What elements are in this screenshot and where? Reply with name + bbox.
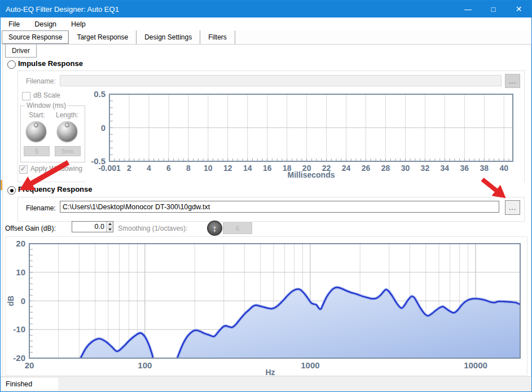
up-down-arrow-icon: ↕ bbox=[213, 223, 217, 233]
svg-text:14: 14 bbox=[243, 164, 252, 173]
tab-driver[interactable]: Driver bbox=[5, 45, 37, 58]
svg-text:6: 6 bbox=[166, 164, 171, 173]
svg-text:0: 0 bbox=[101, 123, 105, 133]
offset-gain-label: Offset Gain (dB): bbox=[5, 224, 56, 232]
svg-text:dB: dB bbox=[6, 296, 15, 306]
svg-text:12: 12 bbox=[223, 164, 232, 173]
svg-text:20: 20 bbox=[16, 239, 25, 248]
svg-text:2: 2 bbox=[127, 164, 131, 173]
impulse-chart: 0.50-0.5-0.00124681012141618202224262830… bbox=[85, 90, 524, 183]
status-bar: Finished bbox=[1, 376, 531, 391]
menu-file[interactable]: File bbox=[2, 19, 27, 30]
frequency-filename-label: Filename: bbox=[26, 204, 56, 212]
status-text: Finished bbox=[2, 378, 58, 390]
window-edge-marker bbox=[1, 180, 2, 190]
spin-up-icon[interactable] bbox=[107, 222, 113, 227]
svg-text:10000: 10000 bbox=[464, 360, 487, 370]
svg-text:32: 32 bbox=[421, 164, 430, 173]
smoothing-value: 6 bbox=[223, 222, 252, 234]
svg-text:10: 10 bbox=[204, 164, 213, 173]
title-bar: Auto-EQ Filter Designer: Auto EQ1 — □ ✕ bbox=[1, 1, 531, 17]
frequency-filename-input[interactable] bbox=[60, 201, 499, 213]
maximize-button[interactable]: □ bbox=[481, 1, 506, 17]
svg-text:-20: -20 bbox=[13, 353, 25, 363]
menu-design[interactable]: Design bbox=[28, 19, 63, 30]
offset-gain-spinner[interactable] bbox=[72, 221, 113, 232]
svg-text:26: 26 bbox=[362, 164, 371, 173]
close-button[interactable]: ✕ bbox=[506, 1, 531, 17]
svg-text:36: 36 bbox=[460, 164, 469, 173]
tab-filters[interactable]: Filters bbox=[200, 30, 235, 44]
start-label: Start: bbox=[29, 111, 45, 119]
frequency-browse-button[interactable]: ... bbox=[505, 200, 520, 215]
menu-bar: File Design Help bbox=[1, 17, 531, 30]
window-ms-title: Window (ms) bbox=[25, 102, 68, 109]
spin-down-icon[interactable] bbox=[107, 227, 113, 232]
svg-text:Hz: Hz bbox=[265, 368, 275, 376]
frequency-response-radio[interactable] bbox=[7, 186, 16, 195]
svg-text:100: 100 bbox=[138, 360, 152, 370]
svg-text:20: 20 bbox=[25, 360, 34, 370]
impulse-browse-button[interactable]: ... bbox=[505, 74, 520, 88]
svg-text:28: 28 bbox=[381, 164, 390, 173]
impulse-response-radio[interactable] bbox=[7, 60, 16, 69]
length-value: 5ms bbox=[55, 146, 81, 156]
app-window: Auto-EQ Filter Designer: Auto EQ1 — □ ✕ … bbox=[0, 0, 532, 392]
offset-gain-input[interactable] bbox=[72, 222, 106, 232]
frequency-response-chart: 20100-10-2020100100010000HzdB bbox=[5, 236, 527, 376]
svg-text:24: 24 bbox=[342, 164, 351, 173]
svg-text:16: 16 bbox=[263, 164, 272, 173]
frequency-response-label: Frequency Response bbox=[18, 185, 93, 193]
minimize-button[interactable]: — bbox=[455, 1, 481, 17]
svg-text:38: 38 bbox=[480, 164, 489, 173]
offset-gain-arrows[interactable] bbox=[106, 222, 113, 232]
svg-text:10: 10 bbox=[16, 267, 25, 277]
tab-design-settings[interactable]: Design Settings bbox=[137, 30, 200, 44]
menu-help[interactable]: Help bbox=[64, 19, 93, 30]
svg-text:-0.001: -0.001 bbox=[98, 164, 121, 173]
db-scale-checkbox[interactable] bbox=[22, 92, 30, 100]
svg-text:Milliseconds: Milliseconds bbox=[287, 170, 335, 179]
length-label: Length: bbox=[56, 111, 78, 119]
svg-text:4: 4 bbox=[147, 164, 151, 173]
svg-text:30: 30 bbox=[401, 164, 410, 173]
window-title: Auto-EQ Filter Designer: Auto EQ1 bbox=[1, 5, 455, 14]
svg-text:0: 0 bbox=[21, 296, 25, 306]
db-scale-label: dB Scale bbox=[33, 91, 60, 99]
window-ms-group: Window (ms) Start: Length: 5 5ms bbox=[20, 105, 85, 162]
svg-text:1000: 1000 bbox=[301, 360, 319, 370]
impulse-response-label: Impulse Response bbox=[18, 59, 83, 68]
svg-text:8: 8 bbox=[186, 164, 191, 173]
smoothing-label: Smoothing (1/octaves): bbox=[118, 224, 187, 232]
svg-text:40: 40 bbox=[499, 164, 508, 173]
svg-text:34: 34 bbox=[441, 164, 450, 173]
svg-text:0.5: 0.5 bbox=[94, 90, 105, 99]
impulse-filename-label: Filename: bbox=[26, 77, 56, 85]
svg-text:-10: -10 bbox=[13, 324, 25, 334]
length-knob[interactable] bbox=[57, 121, 77, 142]
start-value: 5 bbox=[24, 146, 50, 156]
main-tab-strip: Source Response Target Response Design S… bbox=[2, 30, 531, 44]
start-knob[interactable] bbox=[26, 121, 46, 142]
tab-target-response[interactable]: Target Response bbox=[69, 30, 137, 44]
apply-windowing-label: Apply Windowing bbox=[30, 165, 82, 173]
tab-source-response[interactable]: Source Response bbox=[2, 30, 69, 44]
apply-windowing-checkbox[interactable] bbox=[19, 165, 28, 174]
smoothing-knob[interactable]: ↕ bbox=[207, 221, 222, 236]
impulse-filename-input[interactable] bbox=[60, 75, 502, 86]
